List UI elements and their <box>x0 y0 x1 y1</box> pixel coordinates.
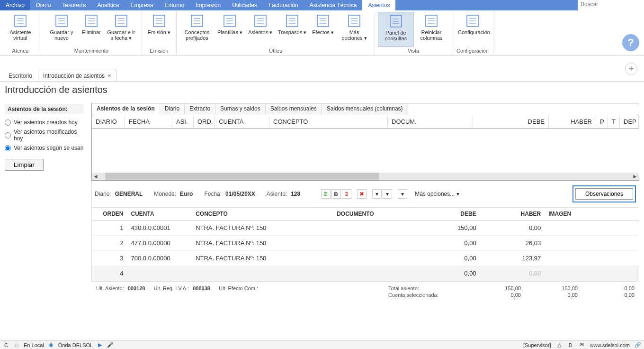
scroll-left-icon[interactable]: ◄ <box>92 173 99 180</box>
menu-archivo[interactable]: Archivo <box>0 0 30 10</box>
cell-debe[interactable]: 0,00 <box>415 236 480 251</box>
entries-col-orden[interactable]: ORDEN <box>92 208 127 220</box>
status-d-icon[interactable]: D <box>567 342 574 349</box>
ribbon-traspasos[interactable]: Traspasos ▾ <box>275 12 309 47</box>
status-link-icon[interactable]: 🔗 <box>635 342 641 349</box>
scroll-thumb[interactable] <box>105 173 379 180</box>
ribbon-plantillas[interactable]: Plantillas ▾ <box>215 12 245 47</box>
menu-entorno[interactable]: Entorno <box>159 0 190 10</box>
doc-remove-icon[interactable]: ✖ <box>357 189 367 199</box>
ribbon-guardar-nuevo[interactable]: Guardar y nuevo <box>44 12 79 47</box>
scroll-right-icon[interactable]: ► <box>631 173 639 180</box>
cell-debe[interactable]: 0,00 <box>415 266 480 281</box>
cell-haber[interactable]: 123,97 <box>480 251 545 266</box>
table-row[interactable]: 3 700.0.0.00000 NTRA. FACTURA Nº: 150 0,… <box>92 251 639 266</box>
inner-tab-5[interactable]: Saldos mensuales (columnas) <box>322 103 408 115</box>
grid-col-docum.[interactable]: DOCUM. <box>388 115 473 128</box>
ribbon-eliminar[interactable]: Eliminar <box>79 12 104 47</box>
horizontal-scrollbar[interactable]: ◄ ► <box>92 173 639 180</box>
ribbon-asistente-virtual[interactable]: Asistente virtual <box>3 12 38 47</box>
ribbon-efectos[interactable]: Efectos ▾ <box>309 12 337 47</box>
ribbon-conceptos-prefijados[interactable]: Conceptos prefijados <box>179 12 215 47</box>
grid-col-debe[interactable]: DEBE <box>473 115 549 128</box>
cell-documento[interactable] <box>333 236 415 251</box>
status-mic-icon[interactable]: 🎤 <box>107 342 114 349</box>
cell-debe[interactable]: 0,00 <box>415 251 480 266</box>
status-c-icon[interactable]: C <box>3 342 9 349</box>
tool3-icon[interactable]: ▾ <box>398 189 407 199</box>
tool2-icon[interactable]: ▾ <box>383 189 392 199</box>
tab-escritorio[interactable]: Escritorio <box>4 71 37 81</box>
cell-documento[interactable] <box>333 266 415 281</box>
radio-option-2[interactable]: Ver asientos según se usan <box>5 145 84 151</box>
ribbon-asientos[interactable]: Asientos ▾ <box>245 12 275 47</box>
radio-option-1[interactable]: Ver asientos modificados hoy <box>5 129 84 142</box>
cell-haber[interactable]: 0,00 <box>480 266 545 281</box>
status-triangle-icon[interactable]: △ <box>556 342 563 349</box>
doc-copy-icon[interactable]: 🗎 <box>331 189 341 199</box>
menu-asientos[interactable]: Asientos <box>362 0 395 10</box>
status-url[interactable]: www.sdelsol.com <box>590 342 630 348</box>
entries-col-concepto[interactable]: CONCEPTO <box>192 208 333 220</box>
status-mail-icon[interactable]: ✉ <box>579 342 585 349</box>
radio-option-0[interactable]: Ver asientos creados hoy <box>5 119 84 126</box>
inner-tab-4[interactable]: Saldos mensuales <box>266 103 322 115</box>
menu-asistencia[interactable]: Asistencia Técnica <box>304 0 363 10</box>
cell-imagen[interactable] <box>545 236 639 251</box>
ribbon-reiniciar-columnas[interactable]: Reiniciar columnas <box>414 12 449 47</box>
search-input[interactable] <box>578 0 644 9</box>
cell-documento[interactable] <box>333 251 415 266</box>
menu-empresa[interactable]: Empresa <box>125 0 159 10</box>
ribbon-emision[interactable]: Emisión ▾ <box>145 12 173 47</box>
ribbon-guardar-ir-fecha[interactable]: Guardar e ir a fecha ▾ <box>104 12 139 47</box>
menu-analitica[interactable]: Analítica <box>91 0 125 10</box>
inner-tab-2[interactable]: Extracto <box>185 103 215 115</box>
radio-input[interactable] <box>5 119 11 126</box>
menu-utilidades[interactable]: Utilidades <box>226 0 263 10</box>
status-play-icon[interactable]: ▶ <box>97 342 103 349</box>
grid-col-p[interactable]: P <box>596 115 608 128</box>
grid-col-concepto[interactable]: CONCEPTO <box>269 115 388 128</box>
mas-opciones-dropdown[interactable]: Más opciones...▾ <box>415 191 459 197</box>
tool1-icon[interactable]: ▾ <box>372 189 382 199</box>
menu-facturacion[interactable]: Facturación <box>263 0 304 10</box>
menu-impresion[interactable]: Impresión <box>190 0 226 10</box>
grid-col-asi.[interactable]: ASI. <box>172 115 194 128</box>
ribbon-configuracion[interactable]: Configuración <box>455 12 490 47</box>
help-icon[interactable]: ? <box>622 34 639 51</box>
cell-haber[interactable]: 26,03 <box>480 236 545 251</box>
add-circle-icon[interactable]: + <box>625 63 637 75</box>
cell-cuenta[interactable]: 700.0.0.00000 <box>127 251 192 266</box>
cell-concepto[interactable]: NTRA. FACTURA Nº: 150 <box>192 236 333 251</box>
radio-input[interactable] <box>5 132 11 138</box>
inner-tab-3[interactable]: Sumas y saldos <box>215 103 266 115</box>
grid-col-haber[interactable]: HABER <box>549 115 596 128</box>
cell-concepto[interactable]: NTRA. FACTURA Nº: 150 <box>192 251 333 266</box>
radio-input[interactable] <box>5 145 11 151</box>
menu-diario[interactable]: Diario <box>30 0 56 10</box>
cell-concepto[interactable]: NTRA. FACTURA Nº: 150 <box>192 220 333 236</box>
entries-col-haber[interactable]: HABER <box>480 208 545 220</box>
cell-concepto[interactable] <box>192 266 333 281</box>
grid-col-t[interactable]: T <box>608 115 620 128</box>
entries-col-debe[interactable]: DEBE <box>415 208 480 220</box>
tab-introduccion-asientos[interactable]: Introducción de asientos × <box>38 70 116 81</box>
table-row[interactable]: 1 430.0.0.00001 NTRA. FACTURA Nº: 150 15… <box>92 220 639 236</box>
entries-col-cuenta[interactable]: CUENTA <box>127 208 192 220</box>
close-icon[interactable]: × <box>107 72 111 79</box>
cell-imagen[interactable] <box>545 266 639 281</box>
doc-new-icon[interactable]: 🗎 <box>321 189 331 199</box>
status-signal-icon[interactable]: ◉ <box>48 342 54 349</box>
cell-cuenta[interactable]: 477.0.0.00000 <box>127 236 192 251</box>
cell-cuenta[interactable] <box>127 266 192 281</box>
inner-tab-0[interactable]: Asientos de la sesión <box>92 103 160 115</box>
cell-imagen[interactable] <box>545 220 639 236</box>
grid-col-cuenta[interactable]: CUENTA <box>215 115 269 128</box>
ribbon-panel-consultas[interactable]: Panel de consultas <box>378 12 414 47</box>
ribbon-mas-opciones[interactable]: Más opciones ▾ <box>337 12 372 47</box>
table-row[interactable]: 4 0,00 0,00 <box>92 266 639 281</box>
observaciones-button[interactable]: Observaciones <box>575 188 633 200</box>
cell-documento[interactable] <box>333 220 415 236</box>
grid-col-fecha[interactable]: FECHA <box>125 115 172 128</box>
table-row[interactable]: 2 477.0.0.00000 NTRA. FACTURA Nº: 150 0,… <box>92 236 639 251</box>
